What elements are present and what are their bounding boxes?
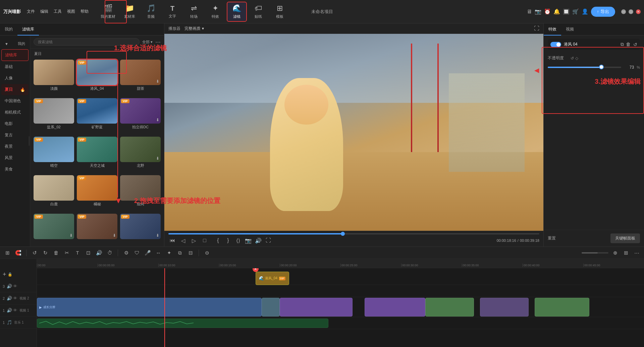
skip-back-button[interactable]: ⏮ — [168, 236, 176, 245]
sidebar-item-china[interactable]: 中国潮色 — [1, 95, 29, 107]
tab-effects[interactable]: 特效 — [544, 23, 561, 36]
sidebar-item-camera[interactable]: 相机模式 — [1, 107, 29, 118]
topbar-icon-5[interactable]: 🔲 — [563, 8, 570, 15]
search-input[interactable] — [34, 38, 140, 46]
toolbar-sticker[interactable]: 🏷 贴纸 — [248, 2, 268, 22]
menu-file[interactable]: 文件 — [27, 9, 35, 14]
filter-item-6[interactable]: VIP ⬇ 拍立得DC — [120, 98, 161, 134]
effect-delete-icon[interactable]: 🗑 — [626, 42, 631, 47]
reset-button[interactable]: 重置 — [548, 235, 556, 241]
tl-settings-icon[interactable]: ⚙ — [122, 249, 130, 257]
filter-item-1[interactable]: 淡颜 — [34, 60, 74, 95]
tl-track3-vol-icon[interactable]: 🔊 — [7, 284, 12, 289]
tl-split-icon[interactable]: ↔ — [154, 249, 162, 257]
snapshot-icon[interactable]: 📷 — [244, 236, 252, 245]
opacity-diamond-icon[interactable]: ◇ — [575, 56, 578, 61]
sidebar-item-landscape[interactable]: 风景 — [1, 152, 29, 163]
tl-aspect-icon[interactable]: ⊟ — [186, 249, 195, 257]
tl-add-main-icon[interactable]: + — [3, 271, 6, 278]
sidebar-collapse-button[interactable]: ‹ — [29, 136, 30, 146]
tl-mic-icon[interactable]: 🎤 — [144, 249, 152, 257]
topbar-icon-2[interactable]: 📷 — [535, 8, 541, 15]
toolbar-assets[interactable]: 📁 素材库 — [119, 2, 140, 22]
filter-item-3[interactable]: ⬇ 甜茶 — [120, 60, 161, 95]
tl-clip-green-2[interactable] — [535, 298, 589, 317]
tl-copy-icon[interactable]: ⧉ — [176, 249, 184, 257]
tl-clip-purple-2[interactable] — [365, 298, 425, 317]
play-button[interactable]: ▷ — [190, 236, 198, 245]
sidebar-item-basic[interactable]: 基础 — [1, 61, 29, 72]
tl-text-icon[interactable]: T — [73, 249, 82, 257]
tl-magnet-icon[interactable]: 🧲 — [14, 249, 22, 257]
tl-grid-icon[interactable]: ⊞ — [3, 249, 11, 257]
menu-help[interactable]: 帮助 — [80, 9, 89, 14]
toolbar-effects[interactable]: ✦ 特效 — [205, 2, 225, 22]
filter-item-9[interactable]: ⬇ 北野 — [120, 137, 161, 172]
toolbar-audio[interactable]: 🎵 音频 — [141, 2, 161, 22]
frame-back-button[interactable]: ◁ — [179, 236, 187, 245]
tl-clip-segment-2[interactable] — [262, 298, 280, 317]
tab-my[interactable]: 我的 — [0, 23, 17, 36]
filter-item-13[interactable]: VIP ⬇ — [34, 214, 74, 245]
filter-clip[interactable]: 🌊 港风_04 VIP — [256, 272, 289, 285]
toolbar-text[interactable]: T 文字 — [162, 2, 182, 22]
tl-delete-icon[interactable]: 🗑 — [52, 249, 60, 257]
fullscreen-icon[interactable]: ⛶ — [264, 236, 272, 245]
toolbar-filter[interactable]: 🌊 滤镜 — [227, 2, 247, 22]
keyframe-button[interactable]: 关键帧面板 — [610, 233, 640, 243]
toolbar-transition[interactable]: ⇌ 转场 — [184, 2, 204, 22]
topbar-icon-4[interactable]: 🔔 — [553, 8, 560, 15]
topbar-icon-7[interactable]: 👤 — [582, 8, 588, 15]
progress-thumb[interactable] — [341, 232, 345, 236]
effect-toggle[interactable] — [550, 42, 561, 47]
window-maximize[interactable]: □ — [629, 9, 633, 14]
progress-bar[interactable] — [168, 233, 539, 234]
tl-audio-icon[interactable]: 🔊 — [95, 249, 103, 257]
stop-button[interactable]: □ — [201, 236, 209, 245]
tl-zoom-slider[interactable] — [582, 252, 608, 254]
menu-edit[interactable]: 编辑 — [40, 9, 48, 14]
filter-item-10[interactable]: 白鹿 — [34, 175, 74, 211]
volume-icon[interactable]: 🔊 — [254, 236, 262, 245]
tl-remove-icon[interactable]: ⊖ — [203, 249, 211, 257]
sidebar-item-night[interactable]: 夜景 — [1, 141, 29, 152]
preview-mode-selector[interactable]: 完整画质 ▾ — [184, 26, 204, 31]
filter-more-icon[interactable]: ⋯ — [155, 39, 161, 45]
preview-fullscreen-icon[interactable]: ⛶ — [534, 25, 539, 31]
tl-audio1-icon[interactable]: 🎵 — [7, 320, 12, 325]
filter-item-15[interactable]: VIP ⬇ — [120, 214, 161, 245]
opacity-slider-thumb[interactable] — [599, 65, 604, 69]
filter-item-14[interactable]: VIP ⬇ — [77, 214, 117, 245]
tab-filter-library[interactable]: 滤镜库 — [17, 23, 39, 36]
tl-clip-mix-1[interactable] — [480, 298, 529, 317]
tl-track1-eye-icon[interactable]: 👁 — [13, 308, 17, 313]
tl-track3-eye-icon[interactable]: 👁 — [13, 284, 17, 289]
effect-copy-icon[interactable]: ⧉ — [621, 42, 624, 47]
sidebar-item-vintage[interactable]: 复古 — [1, 130, 29, 141]
filter-item-7[interactable]: VIP 晴空 — [34, 137, 74, 172]
filter-item-2[interactable]: VIP 港风_04 — [77, 60, 117, 95]
sidebar-item-root[interactable]: ▼ 我的 — [1, 39, 29, 49]
effect-reset-icon[interactable]: ↺ — [633, 42, 637, 47]
sidebar-item-food[interactable]: 美食 — [1, 164, 29, 175]
export-button[interactable]: ↑ 导出 — [591, 7, 615, 17]
split-icon[interactable]: ⟨⟩ — [234, 236, 242, 245]
sidebar-item-portrait[interactable]: 人像 — [1, 73, 29, 84]
sidebar-item-movie[interactable]: 电影 — [1, 118, 29, 129]
tl-crop-icon[interactable]: ⊡ — [84, 249, 92, 257]
tl-clip-audio-1[interactable] — [37, 319, 328, 328]
window-minimize[interactable]: — — [621, 9, 626, 14]
tl-clip-main-1[interactable]: ▶ 成长分辨 — [37, 298, 262, 317]
tl-track1-vol-icon[interactable]: 🔊 — [7, 308, 12, 313]
sidebar-item-summer[interactable]: 夏日 🔥 — [1, 84, 29, 95]
tl-more-icon[interactable]: ⋯ — [633, 249, 641, 257]
sidebar-item-filter-lib[interactable]: 滤镜库 — [1, 49, 29, 61]
tl-grid2-icon[interactable]: ⊞ — [622, 249, 630, 257]
menu-tools[interactable]: 工具 — [54, 9, 62, 14]
tl-track2-eye-icon[interactable]: 👁 — [13, 296, 17, 301]
mark-out-icon[interactable]: } — [224, 236, 232, 245]
filter-item-11[interactable]: VIP 橘秘 — [77, 175, 117, 211]
topbar-icon-6[interactable]: 🛒 — [572, 8, 579, 15]
tl-track2-vol-icon[interactable]: 🔊 — [7, 296, 12, 301]
tl-add-icon[interactable]: ⊕ — [611, 249, 619, 257]
